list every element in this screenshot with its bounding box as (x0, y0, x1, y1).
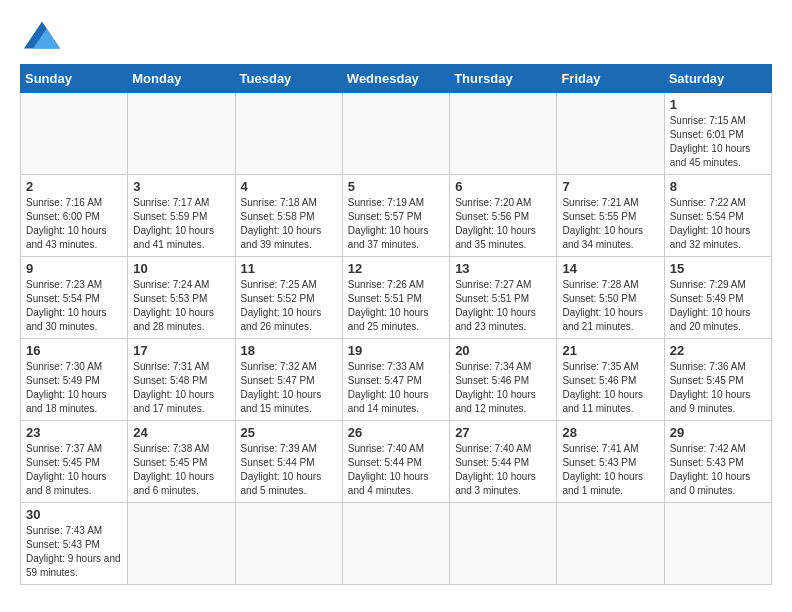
day-info: Sunrise: 7:20 AM Sunset: 5:56 PM Dayligh… (455, 196, 551, 252)
day-info: Sunrise: 7:29 AM Sunset: 5:49 PM Dayligh… (670, 278, 766, 334)
calendar-cell (235, 503, 342, 585)
calendar-header-sunday: Sunday (21, 65, 128, 93)
day-info: Sunrise: 7:23 AM Sunset: 5:54 PM Dayligh… (26, 278, 122, 334)
day-info: Sunrise: 7:25 AM Sunset: 5:52 PM Dayligh… (241, 278, 337, 334)
day-info: Sunrise: 7:42 AM Sunset: 5:43 PM Dayligh… (670, 442, 766, 498)
day-info: Sunrise: 7:19 AM Sunset: 5:57 PM Dayligh… (348, 196, 444, 252)
calendar-cell: 19Sunrise: 7:33 AM Sunset: 5:47 PM Dayli… (342, 339, 449, 421)
day-number: 9 (26, 261, 122, 276)
calendar-week-5: 23Sunrise: 7:37 AM Sunset: 5:45 PM Dayli… (21, 421, 772, 503)
day-number: 28 (562, 425, 658, 440)
day-info: Sunrise: 7:43 AM Sunset: 5:43 PM Dayligh… (26, 524, 122, 580)
day-number: 18 (241, 343, 337, 358)
day-number: 11 (241, 261, 337, 276)
day-number: 24 (133, 425, 229, 440)
calendar-cell: 5Sunrise: 7:19 AM Sunset: 5:57 PM Daylig… (342, 175, 449, 257)
day-info: Sunrise: 7:35 AM Sunset: 5:46 PM Dayligh… (562, 360, 658, 416)
calendar-cell (342, 93, 449, 175)
calendar-cell: 7Sunrise: 7:21 AM Sunset: 5:55 PM Daylig… (557, 175, 664, 257)
calendar-cell: 24Sunrise: 7:38 AM Sunset: 5:45 PM Dayli… (128, 421, 235, 503)
calendar-cell: 15Sunrise: 7:29 AM Sunset: 5:49 PM Dayli… (664, 257, 771, 339)
day-info: Sunrise: 7:22 AM Sunset: 5:54 PM Dayligh… (670, 196, 766, 252)
calendar-cell: 12Sunrise: 7:26 AM Sunset: 5:51 PM Dayli… (342, 257, 449, 339)
calendar-cell: 11Sunrise: 7:25 AM Sunset: 5:52 PM Dayli… (235, 257, 342, 339)
day-info: Sunrise: 7:40 AM Sunset: 5:44 PM Dayligh… (348, 442, 444, 498)
day-info: Sunrise: 7:27 AM Sunset: 5:51 PM Dayligh… (455, 278, 551, 334)
calendar-cell: 27Sunrise: 7:40 AM Sunset: 5:44 PM Dayli… (450, 421, 557, 503)
calendar-header-monday: Monday (128, 65, 235, 93)
day-number: 15 (670, 261, 766, 276)
calendar-cell (450, 503, 557, 585)
calendar-cell: 26Sunrise: 7:40 AM Sunset: 5:44 PM Dayli… (342, 421, 449, 503)
day-info: Sunrise: 7:39 AM Sunset: 5:44 PM Dayligh… (241, 442, 337, 498)
day-info: Sunrise: 7:41 AM Sunset: 5:43 PM Dayligh… (562, 442, 658, 498)
calendar-cell: 3Sunrise: 7:17 AM Sunset: 5:59 PM Daylig… (128, 175, 235, 257)
calendar-cell: 23Sunrise: 7:37 AM Sunset: 5:45 PM Dayli… (21, 421, 128, 503)
calendar-week-3: 9Sunrise: 7:23 AM Sunset: 5:54 PM Daylig… (21, 257, 772, 339)
calendar-cell (450, 93, 557, 175)
calendar-cell: 2Sunrise: 7:16 AM Sunset: 6:00 PM Daylig… (21, 175, 128, 257)
day-number: 26 (348, 425, 444, 440)
day-info: Sunrise: 7:18 AM Sunset: 5:58 PM Dayligh… (241, 196, 337, 252)
calendar-cell: 16Sunrise: 7:30 AM Sunset: 5:49 PM Dayli… (21, 339, 128, 421)
calendar-cell: 13Sunrise: 7:27 AM Sunset: 5:51 PM Dayli… (450, 257, 557, 339)
calendar-header-tuesday: Tuesday (235, 65, 342, 93)
day-number: 8 (670, 179, 766, 194)
logo-icon (24, 20, 60, 50)
calendar-cell (664, 503, 771, 585)
day-number: 27 (455, 425, 551, 440)
day-info: Sunrise: 7:31 AM Sunset: 5:48 PM Dayligh… (133, 360, 229, 416)
day-info: Sunrise: 7:17 AM Sunset: 5:59 PM Dayligh… (133, 196, 229, 252)
day-number: 12 (348, 261, 444, 276)
calendar-cell (128, 93, 235, 175)
day-number: 16 (26, 343, 122, 358)
calendar-week-6: 30Sunrise: 7:43 AM Sunset: 5:43 PM Dayli… (21, 503, 772, 585)
day-number: 25 (241, 425, 337, 440)
day-number: 17 (133, 343, 229, 358)
day-number: 22 (670, 343, 766, 358)
day-info: Sunrise: 7:36 AM Sunset: 5:45 PM Dayligh… (670, 360, 766, 416)
calendar-cell: 14Sunrise: 7:28 AM Sunset: 5:50 PM Dayli… (557, 257, 664, 339)
day-number: 6 (455, 179, 551, 194)
day-number: 5 (348, 179, 444, 194)
calendar-cell: 30Sunrise: 7:43 AM Sunset: 5:43 PM Dayli… (21, 503, 128, 585)
calendar-cell: 8Sunrise: 7:22 AM Sunset: 5:54 PM Daylig… (664, 175, 771, 257)
day-number: 20 (455, 343, 551, 358)
calendar-header-thursday: Thursday (450, 65, 557, 93)
day-number: 14 (562, 261, 658, 276)
page: SundayMondayTuesdayWednesdayThursdayFrid… (0, 0, 792, 605)
header (20, 20, 772, 54)
day-number: 29 (670, 425, 766, 440)
calendar-cell (235, 93, 342, 175)
calendar-week-4: 16Sunrise: 7:30 AM Sunset: 5:49 PM Dayli… (21, 339, 772, 421)
calendar-cell: 17Sunrise: 7:31 AM Sunset: 5:48 PM Dayli… (128, 339, 235, 421)
day-info: Sunrise: 7:30 AM Sunset: 5:49 PM Dayligh… (26, 360, 122, 416)
calendar-cell: 1Sunrise: 7:15 AM Sunset: 6:01 PM Daylig… (664, 93, 771, 175)
day-info: Sunrise: 7:24 AM Sunset: 5:53 PM Dayligh… (133, 278, 229, 334)
calendar-header-row: SundayMondayTuesdayWednesdayThursdayFrid… (21, 65, 772, 93)
day-info: Sunrise: 7:16 AM Sunset: 6:00 PM Dayligh… (26, 196, 122, 252)
calendar-cell (128, 503, 235, 585)
calendar-header-wednesday: Wednesday (342, 65, 449, 93)
day-info: Sunrise: 7:33 AM Sunset: 5:47 PM Dayligh… (348, 360, 444, 416)
calendar-cell: 25Sunrise: 7:39 AM Sunset: 5:44 PM Dayli… (235, 421, 342, 503)
day-number: 7 (562, 179, 658, 194)
calendar-week-1: 1Sunrise: 7:15 AM Sunset: 6:01 PM Daylig… (21, 93, 772, 175)
calendar-table: SundayMondayTuesdayWednesdayThursdayFrid… (20, 64, 772, 585)
calendar-cell (342, 503, 449, 585)
day-number: 30 (26, 507, 122, 522)
calendar-cell: 29Sunrise: 7:42 AM Sunset: 5:43 PM Dayli… (664, 421, 771, 503)
calendar-week-2: 2Sunrise: 7:16 AM Sunset: 6:00 PM Daylig… (21, 175, 772, 257)
day-number: 21 (562, 343, 658, 358)
calendar-cell: 6Sunrise: 7:20 AM Sunset: 5:56 PM Daylig… (450, 175, 557, 257)
calendar-cell: 28Sunrise: 7:41 AM Sunset: 5:43 PM Dayli… (557, 421, 664, 503)
day-number: 13 (455, 261, 551, 276)
calendar-header-saturday: Saturday (664, 65, 771, 93)
calendar-header-friday: Friday (557, 65, 664, 93)
day-number: 2 (26, 179, 122, 194)
day-info: Sunrise: 7:34 AM Sunset: 5:46 PM Dayligh… (455, 360, 551, 416)
calendar-cell (557, 93, 664, 175)
calendar-cell: 18Sunrise: 7:32 AM Sunset: 5:47 PM Dayli… (235, 339, 342, 421)
day-number: 10 (133, 261, 229, 276)
day-number: 19 (348, 343, 444, 358)
